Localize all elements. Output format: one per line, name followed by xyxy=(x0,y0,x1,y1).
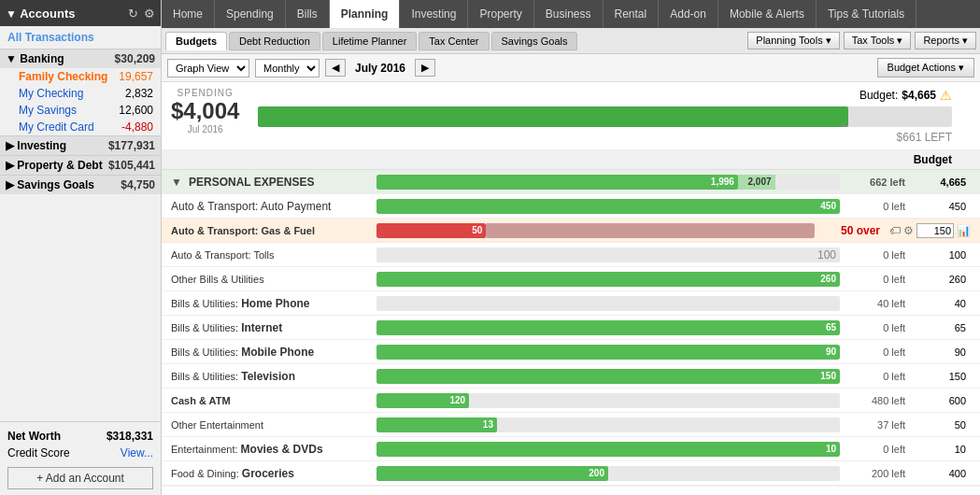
action-chart-icon[interactable]: 📊 xyxy=(957,224,971,237)
sidebar-section-property[interactable]: ▶ Property & Debt $105,441 xyxy=(0,155,161,175)
row-entertainment: Other Entertainment 13 37 left 50 xyxy=(162,413,980,437)
account-my-checking[interactable]: My Checking 2,832 xyxy=(0,85,161,102)
row-bar-auto-payment: 450 xyxy=(376,199,840,214)
settings-icon[interactable]: ⚙ xyxy=(144,7,155,21)
nav-addon[interactable]: Add-on xyxy=(659,0,718,28)
sub-tab-debt[interactable]: Debt Reduction xyxy=(229,32,320,50)
row-bar-green: 450 xyxy=(376,199,840,214)
net-worth-row: Net Worth $318,331 xyxy=(7,428,153,445)
row-bar-green-groceries: 200 xyxy=(376,466,608,481)
nav-business[interactable]: Business xyxy=(534,0,604,28)
account-credit-card[interactable]: My Credit Card -4,880 xyxy=(0,119,161,135)
row-name-auto-payment: Auto & Transport: Auto Payment xyxy=(171,200,376,213)
toolbar-left: Graph View List View Monthly Weekly Year… xyxy=(167,59,435,78)
all-transactions-link[interactable]: All Transactions xyxy=(0,26,161,49)
row-mobile-phone: Bills & Utilities: Mobile Phone 90 0 lef… xyxy=(162,340,980,364)
reports-btn[interactable]: Reports ▾ xyxy=(915,32,976,50)
nav-investing[interactable]: Investing xyxy=(400,0,468,28)
nav-tips[interactable]: Tips & Tutorials xyxy=(817,0,916,28)
row-bar-entertainment: 13 xyxy=(376,417,840,432)
row-bar-green-mobile: 90 xyxy=(376,345,840,360)
add-account-button[interactable]: + Add an Account xyxy=(7,467,153,489)
row-bar-red: 50 xyxy=(376,223,486,238)
nav-property[interactable]: Property xyxy=(468,0,533,28)
sub-tab-lifetime[interactable]: Lifetime Planner xyxy=(322,32,418,50)
sub-nav: Budgets Debt Reduction Lifetime Planner … xyxy=(162,28,980,54)
row-left-groceries: 200 left xyxy=(840,468,915,479)
row-internet: Bills & Utilities: Internet 65 0 left 65 xyxy=(162,316,980,340)
sidebar-section-savings[interactable]: ▶ Savings Goals $4,750 xyxy=(0,175,161,194)
row-budget-cash-atm: 600 xyxy=(915,395,971,406)
budget-info: Budget: $4,665 ⚠ xyxy=(258,88,952,103)
tax-tools-btn[interactable]: Tax Tools ▾ xyxy=(844,32,912,50)
period-select[interactable]: Monthly Weekly Yearly xyxy=(255,59,320,78)
nav-rental[interactable]: Rental xyxy=(604,0,660,28)
row-cash-atm: Cash & ATM 120 480 left 600 xyxy=(162,389,980,413)
row-budget-mobile-phone: 90 xyxy=(915,346,971,358)
nav-home[interactable]: Home xyxy=(162,0,215,28)
budget-amount: $4,665 xyxy=(902,89,936,102)
view-select[interactable]: Graph View List View xyxy=(167,59,249,78)
row-home-phone: Bills & Utilities: Home Phone 40 left 40 xyxy=(162,291,980,316)
row-budget-television: 150 xyxy=(915,371,971,382)
action-tag-icon[interactable]: 🏷 xyxy=(889,224,901,237)
planning-tools-btn[interactable]: Planning Tools ▾ xyxy=(747,32,839,50)
row-name-movies: Entertainment: Movies & DVDs xyxy=(171,443,376,456)
tolls-bar-label: 100 xyxy=(817,248,836,262)
sub-tab-budgets[interactable]: Budgets xyxy=(165,32,227,50)
row-bar-other-bills: 260 xyxy=(376,272,840,287)
section-bar-gray: 2,007 xyxy=(738,175,775,190)
top-nav: Home Spending Bills Planning Investing P… xyxy=(162,0,980,28)
section-bar-green: 1,996 xyxy=(376,175,738,190)
main-area: Home Spending Bills Planning Investing P… xyxy=(162,0,980,495)
row-bar-green-cash: 120 xyxy=(376,393,469,408)
collapse-icon[interactable]: ▼ xyxy=(6,7,17,21)
row-bar-groceries: 200 xyxy=(376,466,840,481)
row-bar-movies: 10 xyxy=(376,442,840,457)
prev-period-btn[interactable]: ◀ xyxy=(325,59,346,77)
row-name-tolls: Auto & Transport: Tolls xyxy=(171,249,376,261)
row-bar-home-phone xyxy=(376,296,840,311)
row-name-cash-atm: Cash & ATM xyxy=(171,395,376,406)
row-left-gas-fuel: 50 over xyxy=(815,224,889,237)
row-auto-payment: Auto & Transport: Auto Payment 450 0 lef… xyxy=(162,194,980,219)
row-bar-gas-fuel: 50 xyxy=(376,223,815,238)
sidebar-section-banking[interactable]: ▼ Banking $30,209 xyxy=(0,49,161,68)
row-name-internet: Bills & Utilities: Internet xyxy=(171,321,376,334)
row-bar-green-ent: 13 xyxy=(376,417,497,432)
refresh-icon[interactable]: ↻ xyxy=(128,7,138,21)
budget-input-gas-fuel[interactable] xyxy=(916,223,954,238)
budget-actions-btn[interactable]: Budget Actions ▾ xyxy=(877,58,974,78)
row-budget-other-bills: 260 xyxy=(915,274,971,285)
nav-bills[interactable]: Bills xyxy=(286,0,330,28)
row-tolls: Auto & Transport: Tolls 100 0 left 100 xyxy=(162,243,980,267)
row-name-gas-fuel: Auto & Transport: Gas & Fuel xyxy=(171,225,376,236)
row-budget-internet: 65 xyxy=(915,322,971,333)
sub-tab-tax[interactable]: Tax Center xyxy=(419,32,489,50)
content: Graph View List View Monthly Weekly Year… xyxy=(162,54,980,495)
budget-table-header: Budget xyxy=(162,150,980,170)
nav-mobile-alerts[interactable]: Mobile & Alerts xyxy=(718,0,817,28)
section-left: 662 left xyxy=(840,177,915,188)
section-budget: 4,665 xyxy=(915,177,971,188)
net-worth-label: Net Worth xyxy=(7,430,61,443)
action-gear-icon[interactable]: ⚙ xyxy=(903,224,914,237)
row-bar-light xyxy=(486,223,815,238)
account-my-savings[interactable]: My Savings 12,600 xyxy=(0,102,161,119)
row-left-other-bills: 0 left xyxy=(840,274,915,285)
summary-spending: SPENDING $4,004 Jul 2016 xyxy=(171,88,239,134)
credit-score-link[interactable]: View... xyxy=(121,446,153,460)
row-bar-internet: 65 xyxy=(376,320,840,335)
sub-tab-savings[interactable]: Savings Goals xyxy=(491,32,578,50)
nav-planning[interactable]: Planning xyxy=(330,0,401,28)
account-family-checking[interactable]: Family Checking 19,657 xyxy=(0,68,161,85)
budget-table: Budget ▼ PERSONAL EXPENSES 1,996 2,007 xyxy=(162,150,980,495)
section-expand-icon[interactable]: ▼ xyxy=(171,176,182,189)
nav-spending[interactable]: Spending xyxy=(215,0,286,28)
section-bar: 1,996 2,007 xyxy=(376,175,840,190)
row-left-cash-atm: 480 left xyxy=(840,395,915,406)
next-period-btn[interactable]: ▶ xyxy=(415,59,435,77)
col-header-budget: Budget xyxy=(914,153,971,166)
sidebar-section-investing[interactable]: ▶ Investing $177,931 xyxy=(0,135,161,155)
credit-score-row: Credit Score View... xyxy=(7,445,153,461)
